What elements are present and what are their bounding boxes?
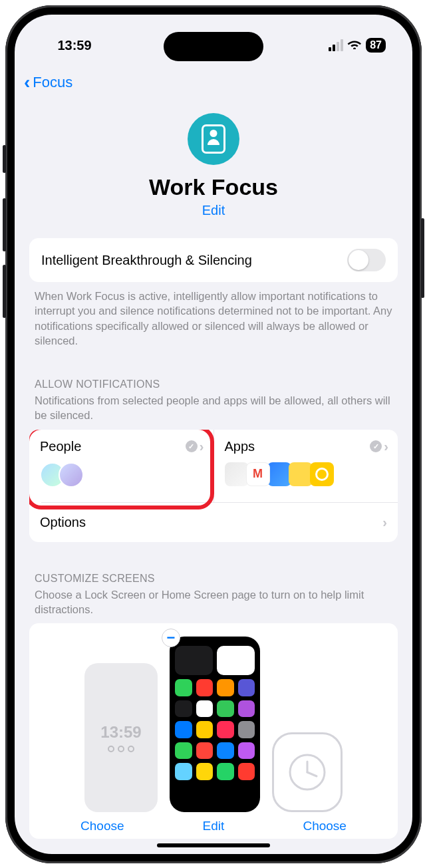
customize-screens-header: CUSTOMIZE SCREENS — [29, 554, 398, 587]
verified-seal-icon: ✓ — [186, 440, 198, 452]
intelligent-breakthrough-row[interactable]: Intelligent Breakthrough & Silencing — [29, 238, 398, 282]
watch-face-preview[interactable] — [272, 732, 343, 812]
edit-focus-button[interactable]: Edit — [202, 203, 225, 218]
intelligent-label: Intelligent Breakthrough & Silencing — [41, 253, 252, 268]
wifi-icon — [347, 39, 362, 53]
cellular-signal-icon — [329, 39, 343, 51]
app-icon — [196, 721, 214, 738]
app-icon — [175, 742, 192, 760]
app-icon — [217, 679, 234, 696]
chevron-right-icon: › — [384, 439, 388, 454]
app-icon — [175, 679, 192, 696]
choose-watch-face-button[interactable]: Choose — [303, 819, 347, 833]
status-time: 13:59 — [41, 38, 108, 53]
app-icon — [196, 700, 214, 718]
volume-up-button — [3, 198, 6, 251]
iphone-frame: 13:59 87 ‹ Focus — [5, 5, 422, 863]
lock-screen-preview[interactable]: 13:59 — [84, 663, 158, 812]
options-label: Options — [40, 515, 86, 530]
mute-switch — [3, 145, 6, 173]
remove-home-screen-button[interactable]: − — [162, 629, 180, 647]
edit-home-screen-button[interactable]: Edit — [203, 819, 225, 833]
app-icon — [217, 700, 234, 718]
app-icon — [217, 721, 234, 738]
clock-app-icon — [310, 462, 334, 486]
apps-cell[interactable]: Apps ✓ › — [214, 430, 398, 502]
choose-lock-screen-button[interactable]: Choose — [80, 819, 124, 833]
chevron-right-icon: › — [200, 439, 204, 454]
volume-down-button — [3, 265, 6, 318]
people-cell[interactable]: People ✓ › — [29, 430, 214, 502]
app-icon — [238, 679, 255, 696]
apps-label: Apps — [225, 439, 255, 454]
widget-preview — [217, 646, 255, 675]
app-icon — [225, 462, 249, 486]
app-icon — [238, 721, 255, 738]
people-label: People — [40, 439, 81, 454]
back-chevron-icon[interactable]: ‹ — [24, 72, 30, 93]
app-icon — [175, 763, 192, 780]
back-button[interactable]: Focus — [33, 74, 72, 91]
widget-preview — [175, 646, 213, 675]
people-avatars — [40, 462, 204, 488]
mail-app-icon — [267, 462, 291, 486]
lock-screen-time: 13:59 — [100, 723, 141, 742]
app-icon — [217, 742, 234, 760]
screen: 13:59 87 ‹ Focus — [15, 15, 412, 854]
app-icon — [175, 700, 192, 718]
intelligent-footer: When Work Focus is active, intelligently… — [29, 282, 398, 348]
allow-notifications-header: ALLOW NOTIFICATIONS — [29, 360, 398, 393]
badge-icon — [202, 124, 225, 154]
home-indicator[interactable] — [157, 843, 270, 847]
app-icon — [238, 742, 255, 760]
lock-screen-widgets-icon — [108, 746, 134, 752]
home-screen-preview[interactable]: − — [170, 637, 260, 812]
app-icon — [196, 679, 214, 696]
app-icon — [289, 462, 313, 486]
app-icon — [196, 742, 214, 760]
svg-line-2 — [307, 772, 317, 776]
app-icons-row — [225, 462, 389, 486]
chevron-right-icon: › — [382, 515, 387, 530]
app-icon — [238, 700, 255, 718]
focus-header: Work Focus Edit — [15, 93, 412, 238]
avatar — [59, 462, 84, 488]
dynamic-island — [164, 32, 263, 61]
navigation-bar: ‹ Focus — [15, 61, 412, 93]
verified-seal-icon: ✓ — [370, 440, 382, 452]
intelligent-toggle[interactable] — [347, 249, 386, 271]
options-row[interactable]: Options › — [29, 503, 398, 542]
power-button — [421, 218, 424, 298]
battery-indicator: 87 — [366, 38, 386, 53]
app-icon — [196, 763, 214, 780]
allow-notifications-desc: Notifications from selected people and a… — [29, 393, 398, 430]
app-icon — [238, 763, 255, 780]
work-focus-icon — [188, 113, 239, 165]
customize-screens-desc: Choose a Lock Screen or Home Screen page… — [29, 587, 398, 624]
focus-title: Work Focus — [15, 174, 412, 200]
gmail-app-icon — [246, 462, 270, 486]
app-icon — [175, 721, 192, 738]
app-icon — [217, 763, 234, 780]
clock-icon — [287, 752, 327, 792]
